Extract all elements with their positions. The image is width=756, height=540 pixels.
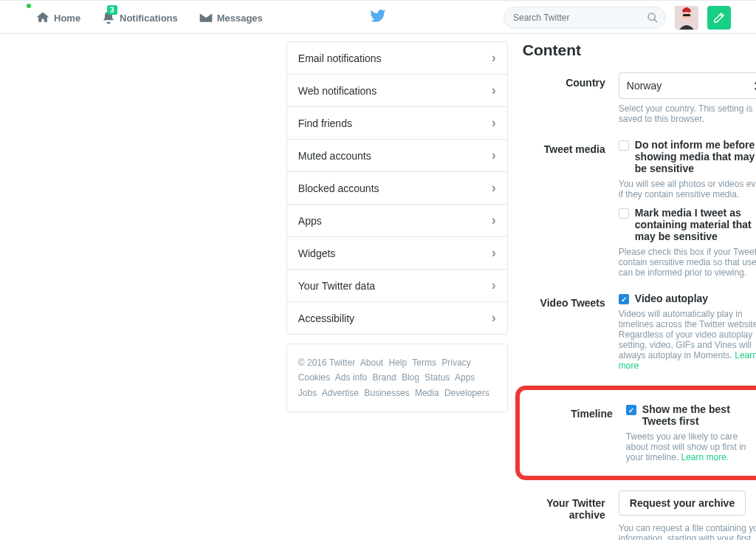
sidebar-item-blocked-accounts[interactable]: Blocked accounts› <box>287 172 507 205</box>
sidebar-item-widgets[interactable]: Widgets› <box>287 237 507 270</box>
compose-button[interactable] <box>707 6 731 30</box>
sidebar-item-label: Your Twitter data <box>298 280 375 292</box>
sidebar: Email notifications› Web notifications› … <box>286 41 508 412</box>
notification-badge: 3 <box>107 5 117 15</box>
sidebar-item-label: Blocked accounts <box>298 182 379 194</box>
sidebar-item-label: Find friends <box>298 117 352 129</box>
sidebar-item-label: Email notifications <box>298 52 382 64</box>
footer-link[interactable]: Help <box>389 358 408 368</box>
timeline-help: Tweets you are likely to care about most… <box>626 431 756 462</box>
sidebar-item-apps[interactable]: Apps› <box>287 205 507 237</box>
twitter-logo-icon[interactable] <box>370 8 386 27</box>
footer-link[interactable]: Cookies <box>298 372 330 383</box>
country-label: Country <box>523 72 619 124</box>
nav-messages[interactable]: Messages <box>190 1 272 35</box>
sidebar-item-label: Accessibility <box>298 312 354 324</box>
footer-link[interactable]: Status <box>425 372 450 383</box>
svg-point-0 <box>648 13 655 20</box>
nav-notifications[interactable]: 3 Notifications <box>92 1 187 35</box>
video-autoplay-checkbox[interactable] <box>619 294 629 304</box>
envelope-icon <box>199 10 213 25</box>
sensitive-media-label: Do not inform me before showing media th… <box>635 139 756 174</box>
chevron-right-icon: › <box>492 278 496 293</box>
chevron-right-icon: › <box>492 310 496 326</box>
request-archive-button[interactable]: Request your archive <box>619 491 746 516</box>
home-icon <box>35 10 50 25</box>
chevron-right-icon: › <box>492 50 496 66</box>
footer-link[interactable]: Privacy <box>441 358 470 368</box>
mark-sensitive-label: Mark media I tweet as containing materia… <box>635 207 756 242</box>
chevron-right-icon: › <box>492 83 496 98</box>
chevron-right-icon: › <box>492 180 496 196</box>
sidebar-item-label: Web notifications <box>298 85 377 97</box>
chevron-right-icon: › <box>492 245 496 261</box>
footer-link[interactable]: Jobs <box>298 388 317 398</box>
sensitive-media-checkbox[interactable] <box>619 140 629 151</box>
footer-link[interactable]: Apps <box>455 372 475 383</box>
footer-link[interactable]: About <box>360 358 383 368</box>
timeline-learn-more-link[interactable]: Learn more <box>681 452 726 462</box>
search-icon[interactable] <box>647 12 659 26</box>
chevron-right-icon: › <box>492 148 496 163</box>
video-autoplay-help: Videos will automatically play in timeli… <box>619 309 756 371</box>
video-tweets-label: Video Tweets <box>523 293 619 371</box>
footer-copyright: © 2016 Twitter <box>298 358 355 368</box>
search-input[interactable] <box>504 7 666 29</box>
sidebar-item-twitter-data[interactable]: Your Twitter data› <box>287 270 507 302</box>
avatar[interactable] <box>675 6 698 30</box>
footer-link[interactable]: Developers <box>444 388 489 398</box>
content-panel: Content Country Norway ▴▾ Select your co… <box>523 41 756 540</box>
timeline-highlight: Timeline Show me the best Tweets first T… <box>515 386 756 480</box>
page-title: Content <box>523 41 756 59</box>
footer-link[interactable]: Media <box>415 388 439 398</box>
sidebar-item-accessibility[interactable]: Accessibility› <box>287 302 507 334</box>
country-value: Norway <box>627 80 662 92</box>
mark-sensitive-help: Please check this box if your Tweets con… <box>619 247 756 278</box>
footer-link[interactable]: Terms <box>412 358 436 368</box>
nav-home-label: Home <box>54 13 80 24</box>
sidebar-item-muted-accounts[interactable]: Muted accounts› <box>287 140 507 172</box>
timeline-label: Timeline <box>530 403 626 462</box>
sidebar-item-label: Muted accounts <box>298 150 371 162</box>
best-tweets-checkbox[interactable] <box>626 405 636 415</box>
sidebar-item-web-notifications[interactable]: Web notifications› <box>287 75 507 107</box>
footer-link[interactable]: Businesses <box>364 388 409 398</box>
sidebar-item-find-friends[interactable]: Find friends› <box>287 107 507 140</box>
video-autoplay-label: Video autoplay <box>635 293 708 304</box>
best-tweets-label: Show me the best Tweets first <box>642 403 756 427</box>
chevron-right-icon: › <box>492 115 496 131</box>
svg-rect-3 <box>683 14 690 16</box>
sensitive-media-help: You will see all photos or videos even i… <box>619 179 756 199</box>
compose-icon <box>712 11 726 24</box>
chevron-right-icon: › <box>492 213 496 228</box>
tweet-media-label: Tweet media <box>523 139 619 278</box>
mark-sensitive-checkbox[interactable] <box>619 208 629 219</box>
search-container <box>504 7 666 29</box>
footer-link[interactable]: Advertise <box>322 388 359 398</box>
archive-help: You can request a file containing your i… <box>619 523 756 540</box>
country-select[interactable]: Norway ▴▾ <box>619 72 756 99</box>
nav-home[interactable]: Home <box>27 1 89 35</box>
footer-link[interactable]: Brand <box>373 372 396 383</box>
footer-link[interactable]: Ads info <box>335 372 367 383</box>
footer-link[interactable]: Blog <box>402 372 419 383</box>
sidebar-item-email-notifications[interactable]: Email notifications› <box>287 42 507 75</box>
nav-messages-label: Messages <box>217 13 263 24</box>
nav-notifications-label: Notifications <box>120 13 178 24</box>
archive-label: Your Twitter archive <box>523 491 619 540</box>
country-help: Select your country. This setting is sav… <box>619 103 756 124</box>
sidebar-item-label: Apps <box>298 215 322 227</box>
sidebar-item-label: Widgets <box>298 247 336 259</box>
top-nav: Home 3 Notifications Messages <box>0 0 756 34</box>
footer-links: © 2016 Twitter About Help Terms Privacy … <box>286 344 508 412</box>
